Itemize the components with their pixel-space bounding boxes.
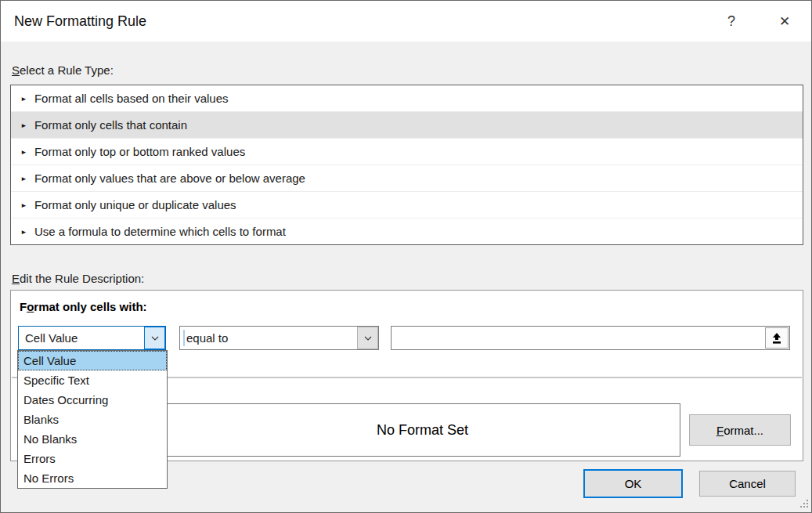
select-rule-type-label: Select a Rule Type:: [12, 63, 114, 77]
arrow-bullet-icon: ►: [20, 148, 27, 155]
dropdown-option-selected[interactable]: Cell Value: [18, 351, 167, 370]
arrow-bullet-icon: ►: [20, 95, 27, 102]
collapse-dialog-button[interactable]: [765, 327, 789, 349]
cancel-button[interactable]: Cancel: [699, 471, 796, 497]
dropdown-option[interactable]: Dates Occurring: [18, 390, 167, 410]
arrow-bullet-icon: ►: [20, 121, 27, 128]
arrow-bullet-icon: ►: [20, 175, 27, 182]
rule-type-listbox: ►Format all cells based on their values …: [10, 85, 803, 245]
rule-type-label: Format only top or bottom ranked values: [34, 145, 245, 158]
help-icon[interactable]: ?: [714, 1, 749, 42]
operator-dropdown[interactable]: equal to: [179, 326, 379, 350]
rule-type-item-selected[interactable]: ►Format only cells that contain: [11, 111, 803, 138]
resize-grip-icon[interactable]: [799, 499, 809, 509]
arrow-bullet-icon: ►: [20, 228, 27, 235]
titlebar: New Formatting Rule ? ✕: [1, 1, 811, 42]
edit-rule-description-label: Edit the Rule Description:: [12, 272, 144, 285]
chevron-down-icon[interactable]: [357, 327, 378, 349]
chevron-down-icon[interactable]: [144, 327, 165, 349]
rule-type-item[interactable]: ►Format only values that are above or be…: [11, 164, 803, 191]
value-input[interactable]: [391, 326, 790, 350]
format-preview-box: No Format Set: [164, 403, 680, 457]
cell-value-dropdown[interactable]: Cell Value: [18, 326, 166, 350]
dropdown-option[interactable]: Blanks: [18, 410, 167, 429]
operator-dropdown-value: equal to: [185, 331, 357, 345]
rule-type-label: Format only values that are above or bel…: [34, 172, 305, 185]
dropdown-option[interactable]: Specific Text: [18, 370, 167, 390]
cell-value-dropdown-list: Cell Value Specific Text Dates Occurring…: [17, 350, 168, 489]
dropdown-option[interactable]: No Blanks: [18, 429, 167, 449]
close-icon[interactable]: ✕: [767, 1, 802, 42]
rule-type-label: Format all cells based on their values: [34, 92, 229, 105]
format-preview-text: No Format Set: [377, 422, 468, 439]
format-only-cells-with-label: Format only cells with:: [20, 300, 147, 313]
rule-type-item[interactable]: ►Format only unique or duplicate values: [11, 191, 803, 218]
dialog-title: New Formatting Rule: [14, 13, 146, 30]
cell-value-dropdown-value: Cell Value: [19, 331, 144, 345]
rule-type-label: Use a formula to determine which cells t…: [34, 225, 286, 238]
rule-type-item[interactable]: ►Format only top or bottom ranked values: [11, 138, 803, 164]
rule-type-label: Format only cells that contain: [34, 118, 187, 132]
collapse-dialog-icon: [771, 332, 782, 345]
format-button[interactable]: Format...: [689, 414, 791, 446]
rule-type-item[interactable]: ►Use a formula to determine which cells …: [11, 218, 803, 244]
new-formatting-rule-dialog: New Formatting Rule ? ✕ Select a Rule Ty…: [0, 0, 812, 513]
arrow-bullet-icon: ►: [20, 201, 27, 208]
ok-button[interactable]: OK: [583, 469, 683, 498]
dropdown-option[interactable]: Errors: [18, 449, 167, 468]
dropdown-option[interactable]: No Errors: [18, 468, 167, 488]
rule-type-item[interactable]: ►Format all cells based on their values: [11, 85, 803, 111]
rule-type-label: Format only unique or duplicate values: [34, 198, 236, 211]
